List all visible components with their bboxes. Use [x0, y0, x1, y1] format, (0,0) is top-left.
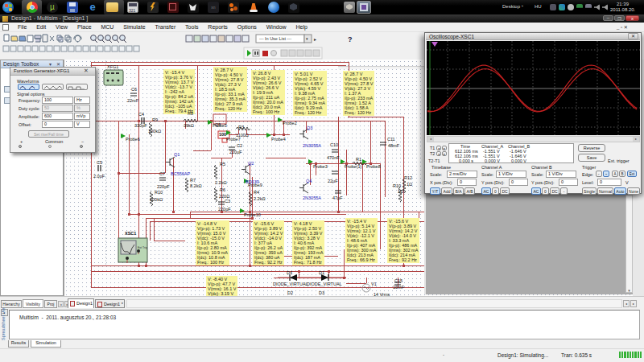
svg-text:--- In Use List ---: --- In Use List ---: [259, 36, 291, 41]
svg-text:▸: ▸: [314, 37, 316, 42]
svg-text:?: ?: [348, 35, 353, 43]
